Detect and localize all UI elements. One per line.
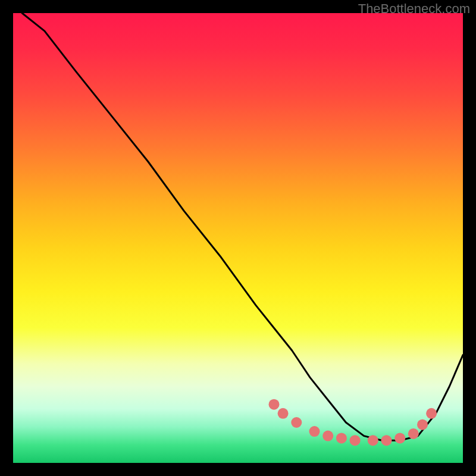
optimal-dot bbox=[417, 419, 428, 430]
optimal-dot bbox=[394, 433, 405, 443]
optimal-dot bbox=[381, 435, 392, 446]
optimal-dot bbox=[309, 426, 320, 437]
chart-overlay-svg bbox=[13, 13, 463, 463]
optimal-dot bbox=[291, 417, 302, 428]
optimal-dot bbox=[350, 435, 361, 446]
optimal-region-markers bbox=[269, 399, 437, 446]
optimal-dot bbox=[368, 435, 378, 446]
optimal-dot bbox=[426, 408, 437, 419]
chart-container: TheBottleneck.com bbox=[0, 0, 476, 476]
optimal-dot bbox=[278, 408, 289, 419]
optimal-dot bbox=[408, 428, 419, 439]
optimal-dot bbox=[269, 399, 280, 410]
bottleneck-curve-line bbox=[22, 13, 463, 440]
optimal-dot bbox=[336, 433, 347, 443]
optimal-dot bbox=[322, 431, 333, 441]
watermark-text: TheBottleneck.com bbox=[358, 1, 470, 17]
